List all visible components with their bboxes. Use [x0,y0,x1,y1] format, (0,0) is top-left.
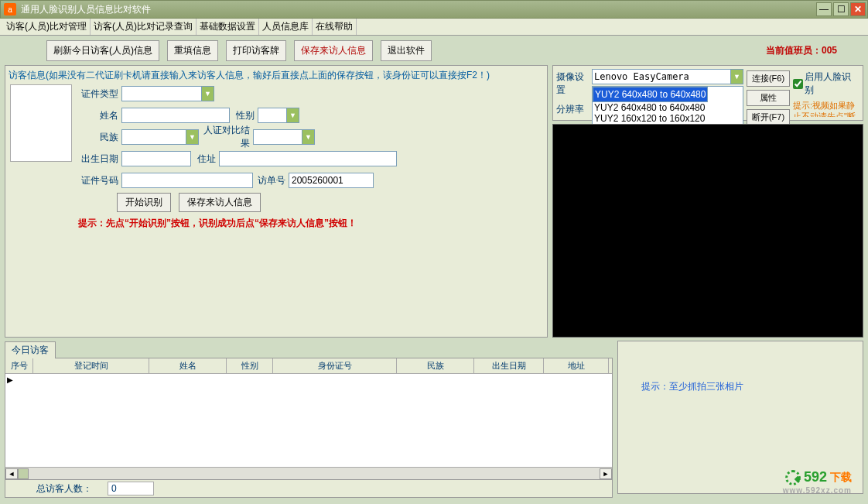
id-type-label: 证件类型 [78,87,121,101]
print-button[interactable]: 打印访客牌 [226,40,286,61]
idno-input[interactable] [121,173,253,188]
camera-connect-button[interactable]: 连接(F6) [747,70,790,87]
camera-device-label: 摄像设置 [556,70,592,97]
row-indicator-icon: ▶ [7,375,13,384]
menu-person-db[interactable]: 人员信息库 [259,19,313,35]
logo-icon [785,470,801,485]
table-header: 序号 登记时间 姓名 性别 身份证号 民族 出生日期 地址 [5,358,612,374]
table-body[interactable]: ▶ [5,374,612,467]
today-visitor-panel: 今日访客 序号 登记时间 姓名 性别 身份证号 民族 出生日期 地址 ▶ ◄ ►… [5,341,613,498]
address-label: 住址 [191,153,219,166]
backfill-button[interactable]: 重填信息 [167,40,218,61]
gender-label: 性别 [230,109,258,122]
window-titlebar: a 通用人脸识别人员信息比对软件 — ☐ ✕ [0,0,868,19]
nation-label: 民族 [78,131,121,144]
compare-result-label: 人证对比结果 [199,124,253,150]
menu-visitor-compare[interactable]: 访客(人员)比对管理 [3,19,91,35]
camera-device-select[interactable]: Lenovo EasyCamera▼ [592,69,743,84]
camera-properties-button[interactable]: 属性 [747,90,790,106]
site-logo: 592下载 www.592xz.com [785,469,852,485]
menu-help[interactable]: 在线帮助 [313,19,357,35]
menu-compare-records[interactable]: 访客(人员)比对记录查询 [91,19,196,35]
visitno-input[interactable] [289,173,374,188]
chevron-down-icon: ▼ [286,108,299,122]
photos-hint: 提示：至少抓拍三张相片 [641,380,743,393]
capture-photos-panel: 提示：至少抓拍三张相片 592下载 www.592xz.com [617,341,863,494]
list-item[interactable]: YUY2 160x120 to 160x120 [593,113,743,124]
camera-res-label: 分辨率 [556,103,592,116]
birth-label: 出生日期 [78,153,121,166]
form-hint: 访客信息(如果没有二代证刷卡机请直接输入来访客人信息，输好后直接点上面的保存按钮… [9,69,544,82]
chevron-down-icon: ▼ [730,70,743,84]
start-recognize-button[interactable]: 开始识别 [117,193,171,212]
tab-today-visitor[interactable]: 今日访客 [5,341,56,358]
compare-result-select[interactable]: ▼ [253,129,315,145]
id-photo-box [10,84,72,162]
visitor-count-bar: 总访客人数： 0 [5,480,613,498]
chevron-down-icon: ▼ [186,130,198,144]
scroll-right-button[interactable]: ► [600,468,612,479]
idno-label: 证件号码 [78,174,121,187]
chevron-down-icon: ▼ [302,130,314,144]
scroll-thumb[interactable] [18,468,29,479]
app-icon: a [4,3,16,15]
list-item[interactable]: YUY2 640x480 to 640x480 [593,87,708,102]
toolbar: 刷新今日访客(人员)信息 重填信息 打印访客牌 保存来访人信息 退出软件 当前值… [0,36,868,65]
chevron-down-icon: ▼ [201,87,214,101]
window-title: 通用人脸识别人员信息比对软件 [21,3,816,16]
camera-tip: 提示:视频如果静止不动请先点"断开"按钮再点"连接" [793,100,859,117]
gender-select[interactable]: ▼ [258,108,299,123]
exit-button[interactable]: 退出软件 [381,40,432,61]
name-label: 姓名 [78,109,121,122]
count-value: 0 [108,482,154,495]
refresh-button[interactable]: 刷新今日访客(人员)信息 [46,40,159,61]
menubar: 访客(人员)比对管理 访客(人员)比对记录查询 基础数据设置 人员信息库 在线帮… [0,19,868,36]
list-item[interactable]: YUY2 640x480 to 640x480 [593,102,743,113]
form-warning: 提示：先点“开始识别”按钮，识别成功后点“保存来访人信息”按钮！ [78,217,544,230]
save-visitor-top-button[interactable]: 保存来访人信息 [294,40,373,61]
nation-select[interactable]: ▼ [121,129,199,145]
visitor-form-panel: 访客信息(如果没有二代证刷卡机请直接输入来访客人信息，输好后直接点上面的保存按钮… [5,65,548,338]
address-input[interactable] [219,151,397,166]
camera-settings-panel: 摄像设置 分辨率 Lenovo EasyCamera▼ YUY2 640x480… [552,65,863,121]
name-input[interactable] [121,108,230,123]
visitno-label: 访单号 [253,174,289,187]
enable-face-checkbox[interactable]: 启用人脸识别 [793,70,859,97]
camera-disconnect-button[interactable]: 断开(F7) [747,109,790,125]
menu-base-data[interactable]: 基础数据设置 [196,19,259,35]
minimize-button[interactable]: — [816,2,832,16]
horizontal-scrollbar[interactable]: ◄ ► [5,467,612,479]
birth-input[interactable] [121,151,191,166]
count-label: 总访客人数： [36,482,92,495]
scroll-left-button[interactable]: ◄ [5,468,18,479]
status-duty: 当前值班员：005 [766,44,837,57]
save-visitor-button[interactable]: 保存来访人信息 [179,193,261,212]
id-type-select[interactable]: ▼ [121,86,214,101]
maximize-button[interactable]: ☐ [833,2,849,16]
camera-video-box [552,124,863,338]
close-button[interactable]: ✕ [850,2,866,16]
